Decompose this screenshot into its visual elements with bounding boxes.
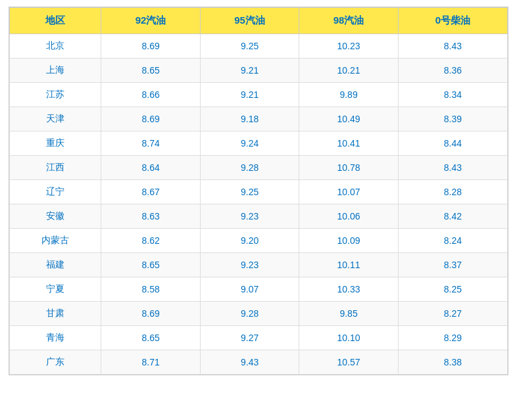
cell-region: 安徽: [10, 204, 101, 229]
cell-g95: 9.25: [200, 180, 299, 204]
cell-diesel: 8.25: [398, 277, 507, 302]
cell-g95: 9.20: [200, 229, 299, 253]
cell-g92: 8.67: [101, 180, 200, 204]
cell-g98: 10.21: [299, 58, 398, 83]
cell-g92: 8.64: [101, 156, 200, 180]
table-row: 青海8.659.2710.108.29: [10, 326, 508, 350]
header-diesel: 0号柴油: [398, 8, 507, 34]
cell-g98: 10.07: [299, 180, 398, 204]
cell-g95: 9.28: [200, 156, 299, 180]
cell-g92: 8.66: [101, 83, 200, 107]
cell-g95: 9.24: [200, 131, 299, 156]
cell-g92: 8.71: [101, 350, 200, 375]
cell-g98: 10.11: [299, 253, 398, 277]
cell-region: 天津: [10, 107, 101, 131]
table-row: 江苏8.669.219.898.34: [10, 83, 508, 107]
cell-g95: 9.07: [200, 277, 299, 302]
cell-diesel: 8.39: [398, 107, 507, 131]
cell-g98: 10.41: [299, 131, 398, 156]
cell-g98: 9.89: [299, 83, 398, 107]
cell-g98: 10.49: [299, 107, 398, 131]
header-region: 地区: [10, 8, 101, 34]
cell-g92: 8.65: [101, 326, 200, 350]
cell-diesel: 8.36: [398, 58, 507, 83]
table-row: 福建8.659.2310.118.37: [10, 253, 508, 277]
cell-g92: 8.58: [101, 277, 200, 302]
cell-g95: 9.25: [200, 34, 299, 58]
fuel-price-table-container: 地区 92汽油 95汽油 98汽油 0号柴油 北京8.699.2510.238.…: [9, 7, 508, 375]
cell-region: 福建: [10, 253, 101, 277]
cell-g98: 10.10: [299, 326, 398, 350]
header-g92: 92汽油: [101, 8, 200, 34]
cell-diesel: 8.38: [398, 350, 507, 375]
table-row: 辽宁8.679.2510.078.28: [10, 180, 508, 204]
cell-diesel: 8.42: [398, 204, 507, 229]
table-row: 安徽8.639.2310.068.42: [10, 204, 508, 229]
cell-g95: 9.21: [200, 58, 299, 83]
cell-diesel: 8.28: [398, 180, 507, 204]
header-g95: 95汽油: [200, 8, 299, 34]
cell-diesel: 8.43: [398, 156, 507, 180]
cell-g92: 8.69: [101, 302, 200, 326]
table-header-row: 地区 92汽油 95汽油 98汽油 0号柴油: [10, 8, 508, 34]
table-row: 甘肃8.699.289.858.27: [10, 302, 508, 326]
cell-g92: 8.69: [101, 107, 200, 131]
cell-g98: 10.57: [299, 350, 398, 375]
cell-region: 北京: [10, 34, 101, 58]
cell-diesel: 8.43: [398, 34, 507, 58]
table-row: 内蒙古8.629.2010.098.24: [10, 229, 508, 253]
cell-g92: 8.63: [101, 204, 200, 229]
cell-g95: 9.23: [200, 253, 299, 277]
table-row: 广东8.719.4310.578.38: [10, 350, 508, 375]
cell-diesel: 8.37: [398, 253, 507, 277]
cell-region: 青海: [10, 326, 101, 350]
cell-g92: 8.69: [101, 34, 200, 58]
cell-region: 辽宁: [10, 180, 101, 204]
cell-diesel: 8.44: [398, 131, 507, 156]
cell-region: 甘肃: [10, 302, 101, 326]
cell-g98: 10.33: [299, 277, 398, 302]
cell-diesel: 8.29: [398, 326, 507, 350]
cell-g92: 8.62: [101, 229, 200, 253]
header-g98: 98汽油: [299, 8, 398, 34]
cell-region: 广东: [10, 350, 101, 375]
cell-diesel: 8.24: [398, 229, 507, 253]
cell-g98: 10.09: [299, 229, 398, 253]
table-row: 天津8.699.1810.498.39: [10, 107, 508, 131]
cell-region: 上海: [10, 58, 101, 83]
cell-g92: 8.65: [101, 58, 200, 83]
cell-diesel: 8.27: [398, 302, 507, 326]
cell-g95: 9.28: [200, 302, 299, 326]
cell-g98: 10.78: [299, 156, 398, 180]
cell-g95: 9.27: [200, 326, 299, 350]
cell-region: 宁夏: [10, 277, 101, 302]
cell-g98: 10.06: [299, 204, 398, 229]
cell-g95: 9.18: [200, 107, 299, 131]
table-row: 江西8.649.2810.788.43: [10, 156, 508, 180]
cell-g95: 9.23: [200, 204, 299, 229]
cell-g92: 8.65: [101, 253, 200, 277]
cell-g95: 9.21: [200, 83, 299, 107]
table-row: 重庆8.749.2410.418.44: [10, 131, 508, 156]
cell-g92: 8.74: [101, 131, 200, 156]
cell-diesel: 8.34: [398, 83, 507, 107]
table-row: 宁夏8.589.0710.338.25: [10, 277, 508, 302]
table-row: 上海8.659.2110.218.36: [10, 58, 508, 83]
cell-g98: 10.23: [299, 34, 398, 58]
table-row: 北京8.699.2510.238.43: [10, 34, 508, 58]
cell-region: 重庆: [10, 131, 101, 156]
cell-g95: 9.43: [200, 350, 299, 375]
cell-region: 江苏: [10, 83, 101, 107]
cell-g98: 9.85: [299, 302, 398, 326]
fuel-price-table: 地区 92汽油 95汽油 98汽油 0号柴油 北京8.699.2510.238.…: [9, 7, 508, 375]
cell-region: 内蒙古: [10, 229, 101, 253]
cell-region: 江西: [10, 156, 101, 180]
